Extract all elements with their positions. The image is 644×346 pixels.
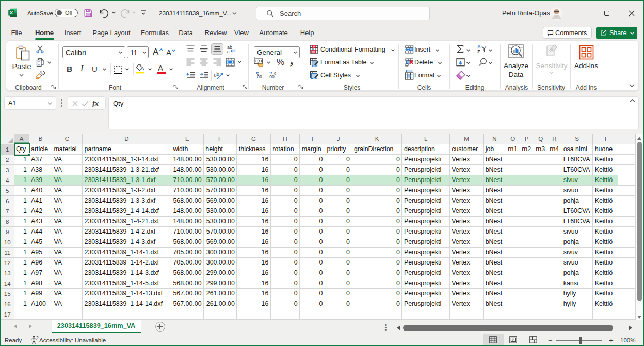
svg-text:c: c bbox=[227, 49, 230, 54]
svg-text:Z: Z bbox=[477, 48, 480, 54]
svg-text:X: X bbox=[10, 10, 13, 15]
svg-text:.00: .00 bbox=[256, 74, 262, 79]
svg-text:0: 0 bbox=[274, 72, 276, 75]
svg-text:?: ? bbox=[36, 336, 39, 340]
svg-text:.00: .00 bbox=[268, 74, 275, 79]
